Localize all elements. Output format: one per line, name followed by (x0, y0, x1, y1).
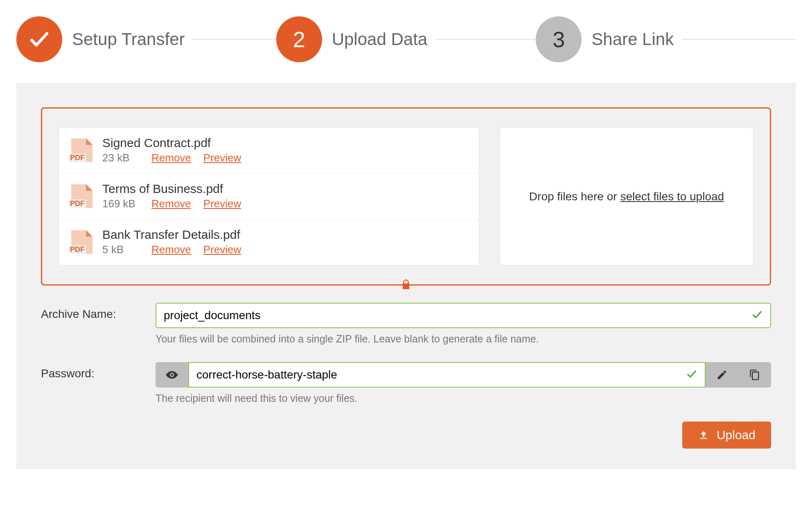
preview-file-link[interactable]: Preview (203, 243, 241, 256)
file-name: Bank Transfer Details.pdf (102, 228, 467, 242)
copy-icon (749, 369, 760, 381)
step-upload-data: 2 Upload Data (276, 16, 536, 62)
file-name: Signed Contract.pdf (102, 136, 467, 150)
file-row: PDF Terms of Business.pdf 169 kB Remove … (59, 174, 479, 220)
select-files-link[interactable]: select files to upload (620, 190, 724, 203)
step-divider (682, 39, 796, 40)
file-drop-target[interactable]: Drop files here or select files to uploa… (500, 127, 753, 265)
step-3-label: Share Link (591, 29, 674, 49)
dropzone-text: Drop files here or (529, 190, 620, 203)
step-divider (435, 39, 536, 40)
copy-password-button[interactable] (738, 362, 771, 388)
pdf-badge: PDF (69, 245, 86, 254)
remove-file-link[interactable]: Remove (151, 152, 191, 164)
upload-icon (698, 429, 709, 441)
remove-file-link[interactable]: Remove (151, 243, 191, 256)
password-input[interactable] (196, 368, 686, 381)
pdf-file-icon: PDF (71, 230, 92, 254)
archive-name-label: Archive Name: (41, 303, 156, 321)
valid-check-icon (686, 368, 697, 382)
password-input-wrap (188, 362, 706, 388)
step-2-number: 2 (293, 27, 305, 52)
step-share-link: 3 Share Link (536, 16, 796, 62)
step-divider (193, 39, 276, 40)
pdf-file-icon: PDF (71, 184, 92, 208)
step-3-circle: 3 (536, 16, 582, 62)
upload-panel: PDF Signed Contract.pdf 23 kB Remove Pre… (16, 83, 796, 469)
preview-file-link[interactable]: Preview (203, 152, 241, 164)
file-name: Terms of Business.pdf (102, 182, 467, 196)
progress-stepper: Setup Transfer 2 Upload Data 3 Share Lin… (16, 16, 796, 62)
step-3-number: 3 (553, 27, 565, 52)
file-size: 169 kB (102, 197, 139, 210)
step-setup-transfer: Setup Transfer (16, 16, 276, 62)
file-size: 23 kB (102, 152, 139, 164)
file-row: PDF Bank Transfer Details.pdf 5 kB Remov… (59, 220, 479, 265)
step-2-circle: 2 (276, 16, 322, 62)
password-row: Password: The recipient (41, 362, 771, 404)
eye-icon (165, 368, 178, 381)
upload-button-label: Upload (717, 428, 756, 442)
step-1-label: Setup Transfer (72, 29, 185, 49)
file-size: 5 kB (102, 243, 139, 256)
toggle-password-visibility-button[interactable] (156, 362, 188, 388)
pdf-badge: PDF (69, 154, 86, 162)
archive-name-input-wrap (156, 303, 771, 328)
lock-icon (400, 279, 412, 290)
valid-check-icon (751, 309, 763, 322)
pdf-badge: PDF (69, 200, 86, 208)
archive-name-row: Archive Name: Your files will be combine… (41, 303, 771, 345)
archive-name-input[interactable] (164, 309, 751, 322)
step-2-label: Upload Data (332, 29, 427, 49)
check-icon (28, 28, 51, 51)
files-dropzone-wrapper: PDF Signed Contract.pdf 23 kB Remove Pre… (41, 107, 771, 286)
file-list: PDF Signed Contract.pdf 23 kB Remove Pre… (59, 127, 479, 265)
generate-password-button[interactable] (706, 362, 738, 388)
remove-file-link[interactable]: Remove (151, 197, 191, 210)
action-bar: Upload (41, 422, 771, 449)
preview-file-link[interactable]: Preview (203, 197, 241, 210)
pencil-icon (716, 369, 728, 381)
pdf-file-icon: PDF (71, 138, 92, 162)
password-helper-text: The recipient will need this to view you… (156, 392, 771, 404)
password-label: Password: (41, 362, 156, 380)
archive-helper-text: Your files will be combined into a singl… (156, 333, 771, 345)
upload-button[interactable]: Upload (682, 422, 771, 449)
step-1-circle (16, 16, 62, 62)
file-row: PDF Signed Contract.pdf 23 kB Remove Pre… (59, 128, 479, 174)
